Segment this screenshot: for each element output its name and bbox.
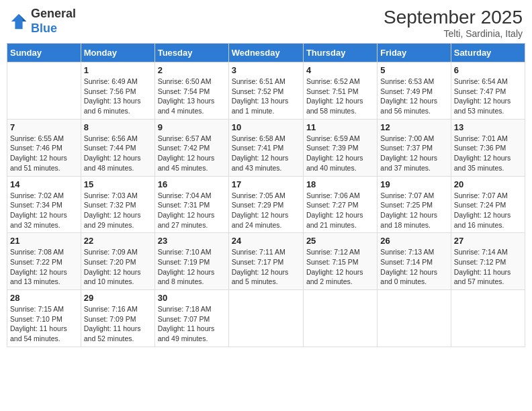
- day-info: Sunrise: 6:50 AMSunset: 7:54 PMDaylight:…: [158, 77, 226, 116]
- calendar-cell: 6Sunrise: 6:54 AMSunset: 7:47 PMDaylight…: [451, 62, 525, 120]
- day-number: 12: [380, 122, 447, 132]
- calendar-cell: [451, 290, 525, 347]
- day-number: 16: [158, 179, 226, 189]
- calendar-week-row: 7Sunrise: 6:55 AMSunset: 7:46 PMDaylight…: [7, 119, 525, 176]
- day-info: Sunrise: 6:56 AMSunset: 7:44 PMDaylight:…: [84, 134, 152, 173]
- day-number: 23: [158, 236, 226, 246]
- day-header-saturday: Saturday: [451, 44, 525, 62]
- day-number: 14: [10, 179, 78, 189]
- page-header: General Blue September 2025 Telti, Sardi…: [7, 7, 525, 39]
- day-header-monday: Monday: [81, 44, 154, 62]
- day-info: Sunrise: 7:14 AMSunset: 7:12 PMDaylight:…: [454, 247, 522, 287]
- day-info: Sunrise: 7:08 AMSunset: 7:22 PMDaylight:…: [10, 247, 78, 287]
- calendar-cell: [228, 290, 303, 347]
- calendar-cell: 10Sunrise: 6:58 AMSunset: 7:41 PMDayligh…: [228, 119, 303, 176]
- calendar-cell: 27Sunrise: 7:14 AMSunset: 7:12 PMDayligh…: [451, 233, 525, 290]
- day-number: 25: [306, 236, 374, 246]
- calendar-header-row: SundayMondayTuesdayWednesdayThursdayFrid…: [7, 44, 525, 62]
- calendar-cell: 11Sunrise: 6:59 AMSunset: 7:39 PMDayligh…: [303, 119, 377, 176]
- day-info: Sunrise: 7:07 AMSunset: 7:24 PMDaylight:…: [454, 191, 522, 230]
- calendar-week-row: 28Sunrise: 7:15 AMSunset: 7:10 PMDayligh…: [7, 290, 525, 347]
- day-number: 24: [232, 236, 300, 246]
- day-number: 21: [10, 236, 78, 246]
- calendar-cell: 15Sunrise: 7:03 AMSunset: 7:32 PMDayligh…: [81, 176, 154, 233]
- day-info: Sunrise: 7:07 AMSunset: 7:25 PMDaylight:…: [380, 191, 447, 230]
- calendar-cell: [303, 290, 377, 347]
- calendar-cell: 25Sunrise: 7:12 AMSunset: 7:15 PMDayligh…: [303, 233, 377, 290]
- day-info: Sunrise: 7:11 AMSunset: 7:17 PMDaylight:…: [232, 247, 300, 287]
- logo: General Blue: [9, 7, 76, 36]
- day-number: 30: [158, 293, 226, 303]
- calendar-cell: 19Sunrise: 7:07 AMSunset: 7:25 PMDayligh…: [378, 176, 451, 233]
- day-number: 7: [10, 122, 78, 132]
- day-info: Sunrise: 7:18 AMSunset: 7:07 PMDaylight:…: [158, 304, 226, 344]
- calendar-cell: 18Sunrise: 7:06 AMSunset: 7:27 PMDayligh…: [303, 176, 377, 233]
- calendar-cell: 28Sunrise: 7:15 AMSunset: 7:10 PMDayligh…: [7, 290, 81, 347]
- day-info: Sunrise: 7:16 AMSunset: 7:09 PMDaylight:…: [84, 304, 152, 344]
- day-number: 22: [84, 236, 152, 246]
- day-number: 4: [306, 65, 374, 75]
- calendar-cell: 1Sunrise: 6:49 AMSunset: 7:56 PMDaylight…: [81, 62, 154, 120]
- logo-general-text: General: [31, 7, 76, 21]
- day-number: 17: [232, 179, 300, 189]
- day-number: 1: [84, 65, 152, 75]
- calendar-week-row: 21Sunrise: 7:08 AMSunset: 7:22 PMDayligh…: [7, 233, 525, 290]
- day-header-sunday: Sunday: [7, 44, 81, 62]
- day-number: 19: [380, 179, 447, 189]
- day-number: 9: [158, 122, 226, 132]
- calendar-cell: [7, 62, 81, 120]
- day-info: Sunrise: 7:02 AMSunset: 7:34 PMDaylight:…: [10, 191, 78, 230]
- day-info: Sunrise: 7:12 AMSunset: 7:15 PMDaylight:…: [306, 247, 374, 287]
- calendar-cell: 4Sunrise: 6:52 AMSunset: 7:51 PMDaylight…: [303, 62, 377, 120]
- day-info: Sunrise: 7:00 AMSunset: 7:37 PMDaylight:…: [380, 134, 447, 173]
- calendar-cell: 20Sunrise: 7:07 AMSunset: 7:24 PMDayligh…: [451, 176, 525, 233]
- calendar-table: SundayMondayTuesdayWednesdayThursdayFrid…: [7, 43, 525, 347]
- calendar-cell: 30Sunrise: 7:18 AMSunset: 7:07 PMDayligh…: [154, 290, 228, 347]
- day-number: 15: [84, 179, 152, 189]
- day-number: 10: [232, 122, 300, 132]
- day-info: Sunrise: 6:49 AMSunset: 7:56 PMDaylight:…: [84, 77, 152, 116]
- day-info: Sunrise: 6:54 AMSunset: 7:47 PMDaylight:…: [454, 77, 522, 116]
- day-info: Sunrise: 7:10 AMSunset: 7:19 PMDaylight:…: [158, 247, 226, 287]
- calendar-cell: 29Sunrise: 7:16 AMSunset: 7:09 PMDayligh…: [81, 290, 154, 347]
- day-number: 11: [306, 122, 374, 132]
- day-info: Sunrise: 6:58 AMSunset: 7:41 PMDaylight:…: [232, 134, 300, 173]
- day-number: 8: [84, 122, 152, 132]
- day-info: Sunrise: 7:13 AMSunset: 7:14 PMDaylight:…: [380, 247, 447, 287]
- calendar-cell: 7Sunrise: 6:55 AMSunset: 7:46 PMDaylight…: [7, 119, 81, 176]
- calendar-cell: 23Sunrise: 7:10 AMSunset: 7:19 PMDayligh…: [154, 233, 228, 290]
- calendar-cell: 22Sunrise: 7:09 AMSunset: 7:20 PMDayligh…: [81, 233, 154, 290]
- month-title: September 2025: [384, 7, 523, 28]
- day-number: 20: [454, 179, 522, 189]
- day-info: Sunrise: 6:51 AMSunset: 7:52 PMDaylight:…: [232, 77, 300, 116]
- logo-icon: [9, 12, 28, 31]
- day-number: 18: [306, 179, 374, 189]
- day-number: 2: [158, 65, 226, 75]
- day-number: 6: [454, 65, 522, 75]
- calendar-week-row: 14Sunrise: 7:02 AMSunset: 7:34 PMDayligh…: [7, 176, 525, 233]
- calendar-cell: 16Sunrise: 7:04 AMSunset: 7:31 PMDayligh…: [154, 176, 228, 233]
- day-number: 28: [10, 293, 78, 303]
- title-block: September 2025 Telti, Sardinia, Italy: [384, 7, 523, 39]
- day-number: 13: [454, 122, 522, 132]
- calendar-cell: 8Sunrise: 6:56 AMSunset: 7:44 PMDaylight…: [81, 119, 154, 176]
- calendar-cell: 5Sunrise: 6:53 AMSunset: 7:49 PMDaylight…: [378, 62, 451, 120]
- calendar-cell: 24Sunrise: 7:11 AMSunset: 7:17 PMDayligh…: [228, 233, 303, 290]
- calendar-cell: [378, 290, 451, 347]
- day-info: Sunrise: 6:53 AMSunset: 7:49 PMDaylight:…: [380, 77, 447, 116]
- day-number: 27: [454, 236, 522, 246]
- day-info: Sunrise: 7:06 AMSunset: 7:27 PMDaylight:…: [306, 191, 374, 230]
- day-info: Sunrise: 6:57 AMSunset: 7:42 PMDaylight:…: [158, 134, 226, 173]
- day-header-wednesday: Wednesday: [228, 44, 303, 62]
- logo-blue-text: Blue: [31, 21, 76, 36]
- location: Telti, Sardinia, Italy: [384, 28, 523, 39]
- calendar-cell: 21Sunrise: 7:08 AMSunset: 7:22 PMDayligh…: [7, 233, 81, 290]
- day-info: Sunrise: 6:55 AMSunset: 7:46 PMDaylight:…: [10, 134, 78, 173]
- day-number: 5: [380, 65, 447, 75]
- calendar-cell: 2Sunrise: 6:50 AMSunset: 7:54 PMDaylight…: [154, 62, 228, 120]
- calendar-cell: 14Sunrise: 7:02 AMSunset: 7:34 PMDayligh…: [7, 176, 81, 233]
- day-info: Sunrise: 7:05 AMSunset: 7:29 PMDaylight:…: [232, 191, 300, 230]
- calendar-cell: 13Sunrise: 7:01 AMSunset: 7:36 PMDayligh…: [451, 119, 525, 176]
- day-info: Sunrise: 6:59 AMSunset: 7:39 PMDaylight:…: [306, 134, 374, 173]
- calendar-cell: 17Sunrise: 7:05 AMSunset: 7:29 PMDayligh…: [228, 176, 303, 233]
